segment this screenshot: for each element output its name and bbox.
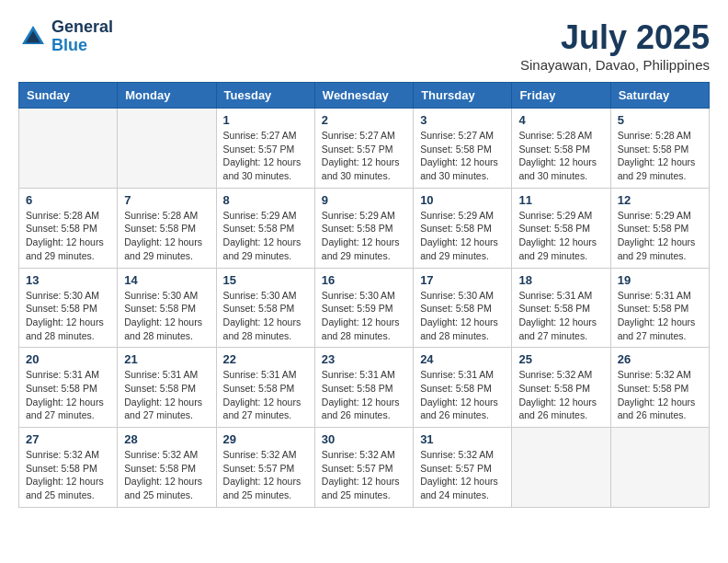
day-info: Sunrise: 5:29 AM Sunset: 5:58 PM Dayligh…	[518, 209, 603, 263]
day-info: Sunrise: 5:31 AM Sunset: 5:58 PM Dayligh…	[420, 368, 505, 422]
day-info: Sunrise: 5:28 AM Sunset: 5:58 PM Dayligh…	[518, 129, 603, 183]
day-info: Sunrise: 5:27 AM Sunset: 5:57 PM Dayligh…	[322, 129, 406, 183]
day-info: Sunrise: 5:32 AM Sunset: 5:58 PM Dayligh…	[124, 448, 209, 502]
day-number: 31	[420, 432, 505, 446]
calendar-cell: 28Sunrise: 5:32 AM Sunset: 5:58 PM Dayli…	[118, 428, 216, 508]
day-info: Sunrise: 5:31 AM Sunset: 5:58 PM Dayligh…	[618, 289, 702, 343]
calendar-cell: 14Sunrise: 5:30 AM Sunset: 5:58 PM Dayli…	[118, 268, 216, 348]
day-number: 3	[420, 113, 505, 127]
day-info: Sunrise: 5:27 AM Sunset: 5:58 PM Dayligh…	[420, 129, 505, 183]
weekday-header: Thursday	[414, 83, 512, 109]
day-number: 4	[518, 113, 603, 127]
day-info: Sunrise: 5:28 AM Sunset: 5:58 PM Dayligh…	[124, 209, 209, 263]
day-number: 14	[124, 273, 209, 287]
calendar-cell: 7Sunrise: 5:28 AM Sunset: 5:58 PM Daylig…	[118, 188, 216, 268]
calendar-week-row: 1Sunrise: 5:27 AM Sunset: 5:57 PM Daylig…	[19, 109, 710, 189]
calendar-cell: 1Sunrise: 5:27 AM Sunset: 5:57 PM Daylig…	[216, 109, 314, 189]
calendar-cell: 4Sunrise: 5:28 AM Sunset: 5:58 PM Daylig…	[512, 109, 610, 189]
logo-line2: Blue	[51, 37, 113, 55]
calendar-cell: 26Sunrise: 5:32 AM Sunset: 5:58 PM Dayli…	[610, 348, 709, 428]
day-info: Sunrise: 5:32 AM Sunset: 5:58 PM Dayligh…	[518, 368, 603, 422]
calendar-cell: 18Sunrise: 5:31 AM Sunset: 5:58 PM Dayli…	[512, 268, 610, 348]
day-info: Sunrise: 5:31 AM Sunset: 5:58 PM Dayligh…	[26, 368, 110, 422]
logo-line1: General	[51, 18, 113, 37]
day-info: Sunrise: 5:32 AM Sunset: 5:57 PM Dayligh…	[420, 448, 505, 502]
calendar-cell	[19, 109, 118, 189]
day-number: 30	[322, 432, 406, 446]
day-info: Sunrise: 5:28 AM Sunset: 5:58 PM Dayligh…	[26, 209, 110, 263]
calendar-cell: 22Sunrise: 5:31 AM Sunset: 5:58 PM Dayli…	[216, 348, 314, 428]
calendar-cell: 13Sunrise: 5:30 AM Sunset: 5:58 PM Dayli…	[19, 268, 118, 348]
weekday-header: Saturday	[610, 83, 709, 109]
day-number: 16	[322, 273, 406, 287]
weekday-header: Wednesday	[314, 83, 413, 109]
day-number: 5	[618, 113, 702, 127]
day-info: Sunrise: 5:32 AM Sunset: 5:58 PM Dayligh…	[618, 368, 702, 422]
weekday-header: Friday	[512, 83, 610, 109]
calendar-cell	[118, 109, 216, 189]
day-info: Sunrise: 5:32 AM Sunset: 5:58 PM Dayligh…	[26, 448, 110, 502]
day-number: 6	[26, 193, 110, 207]
calendar-week-row: 20Sunrise: 5:31 AM Sunset: 5:58 PM Dayli…	[19, 348, 710, 428]
day-info: Sunrise: 5:32 AM Sunset: 5:57 PM Dayligh…	[223, 448, 308, 502]
day-info: Sunrise: 5:30 AM Sunset: 5:58 PM Dayligh…	[420, 289, 505, 343]
weekday-header-row: SundayMondayTuesdayWednesdayThursdayFrid…	[19, 83, 710, 109]
day-number: 24	[420, 352, 505, 366]
logo-text: General Blue	[51, 18, 113, 55]
calendar-cell: 17Sunrise: 5:30 AM Sunset: 5:58 PM Dayli…	[414, 268, 512, 348]
day-number: 29	[223, 432, 308, 446]
calendar-week-row: 6Sunrise: 5:28 AM Sunset: 5:58 PM Daylig…	[19, 188, 710, 268]
day-number: 10	[420, 193, 505, 207]
calendar-cell: 29Sunrise: 5:32 AM Sunset: 5:57 PM Dayli…	[216, 428, 314, 508]
day-info: Sunrise: 5:31 AM Sunset: 5:58 PM Dayligh…	[518, 289, 603, 343]
calendar-cell	[512, 428, 610, 508]
logo: General Blue	[18, 18, 113, 55]
page-header: General Blue July 2025 Sinayawan, Davao,…	[18, 18, 710, 73]
day-info: Sunrise: 5:29 AM Sunset: 5:58 PM Dayligh…	[223, 209, 308, 263]
weekday-header: Sunday	[19, 83, 118, 109]
day-number: 20	[26, 352, 110, 366]
day-number: 2	[322, 113, 406, 127]
day-number: 1	[223, 113, 308, 127]
day-number: 19	[618, 273, 702, 287]
calendar-cell: 25Sunrise: 5:32 AM Sunset: 5:58 PM Dayli…	[512, 348, 610, 428]
logo-icon	[18, 22, 48, 52]
calendar-cell: 31Sunrise: 5:32 AM Sunset: 5:57 PM Dayli…	[414, 428, 512, 508]
weekday-header: Tuesday	[216, 83, 314, 109]
calendar-cell: 15Sunrise: 5:30 AM Sunset: 5:58 PM Dayli…	[216, 268, 314, 348]
location-subtitle: Sinayawan, Davao, Philippines	[520, 57, 710, 73]
calendar-cell: 20Sunrise: 5:31 AM Sunset: 5:58 PM Dayli…	[19, 348, 118, 428]
calendar-week-row: 27Sunrise: 5:32 AM Sunset: 5:58 PM Dayli…	[19, 428, 710, 508]
calendar-cell: 24Sunrise: 5:31 AM Sunset: 5:58 PM Dayli…	[414, 348, 512, 428]
calendar-cell: 16Sunrise: 5:30 AM Sunset: 5:59 PM Dayli…	[314, 268, 413, 348]
calendar-cell: 21Sunrise: 5:31 AM Sunset: 5:58 PM Dayli…	[118, 348, 216, 428]
calendar-cell: 19Sunrise: 5:31 AM Sunset: 5:58 PM Dayli…	[610, 268, 709, 348]
day-info: Sunrise: 5:27 AM Sunset: 5:57 PM Dayligh…	[223, 129, 308, 183]
calendar-cell: 8Sunrise: 5:29 AM Sunset: 5:58 PM Daylig…	[216, 188, 314, 268]
day-info: Sunrise: 5:29 AM Sunset: 5:58 PM Dayligh…	[618, 209, 702, 263]
title-block: July 2025 Sinayawan, Davao, Philippines	[520, 18, 710, 73]
day-info: Sunrise: 5:30 AM Sunset: 5:59 PM Dayligh…	[322, 289, 406, 343]
month-title: July 2025	[520, 18, 710, 57]
calendar-cell: 10Sunrise: 5:29 AM Sunset: 5:58 PM Dayli…	[414, 188, 512, 268]
day-info: Sunrise: 5:31 AM Sunset: 5:58 PM Dayligh…	[124, 368, 209, 422]
day-info: Sunrise: 5:32 AM Sunset: 5:57 PM Dayligh…	[322, 448, 406, 502]
calendar-cell: 11Sunrise: 5:29 AM Sunset: 5:58 PM Dayli…	[512, 188, 610, 268]
calendar-table: SundayMondayTuesdayWednesdayThursdayFrid…	[18, 82, 710, 508]
calendar-cell: 27Sunrise: 5:32 AM Sunset: 5:58 PM Dayli…	[19, 428, 118, 508]
weekday-header: Monday	[118, 83, 216, 109]
day-number: 25	[518, 352, 603, 366]
day-number: 8	[223, 193, 308, 207]
day-number: 23	[322, 352, 406, 366]
day-number: 13	[26, 273, 110, 287]
calendar-cell: 6Sunrise: 5:28 AM Sunset: 5:58 PM Daylig…	[19, 188, 118, 268]
day-number: 12	[618, 193, 702, 207]
day-number: 21	[124, 352, 209, 366]
day-number: 18	[518, 273, 603, 287]
day-number: 26	[618, 352, 702, 366]
calendar-week-row: 13Sunrise: 5:30 AM Sunset: 5:58 PM Dayli…	[19, 268, 710, 348]
day-info: Sunrise: 5:30 AM Sunset: 5:58 PM Dayligh…	[26, 289, 110, 343]
day-info: Sunrise: 5:29 AM Sunset: 5:58 PM Dayligh…	[420, 209, 505, 263]
calendar-cell: 23Sunrise: 5:31 AM Sunset: 5:58 PM Dayli…	[314, 348, 413, 428]
calendar-cell	[610, 428, 709, 508]
